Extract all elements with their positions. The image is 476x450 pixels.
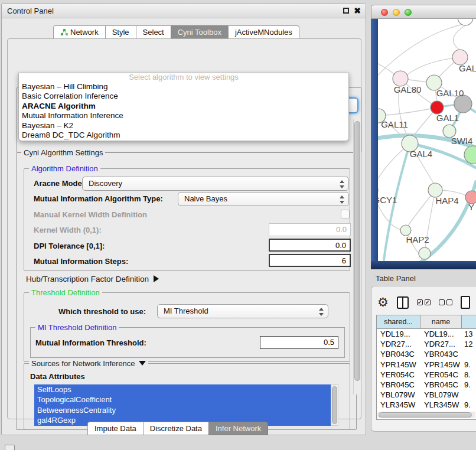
network-node[interactable] bbox=[458, 19, 473, 25]
network-view-window: GALGAL80GAL10GAL1GAL11SWI4GAL4GCY1HAP4YH… bbox=[371, 5, 476, 269]
float-window-icon[interactable] bbox=[343, 8, 349, 14]
table-cell: YDL19... bbox=[420, 329, 462, 339]
mi-threshold-definition-title: MI Threshold Definition bbox=[35, 323, 119, 332]
tab-impute-data[interactable]: Impute Data bbox=[87, 422, 144, 435]
mi-type-value: Naive Bayes bbox=[184, 194, 227, 203]
network-node-gal1[interactable] bbox=[431, 101, 444, 114]
table-cell: YDL19... bbox=[377, 329, 420, 339]
dpi-tolerance-label: DPI Tolerance [0,1]: bbox=[34, 242, 105, 250]
algorithm-definition-title: Algorithm Definition bbox=[29, 164, 100, 173]
network-edge[interactable] bbox=[386, 107, 437, 115]
close-window-icon[interactable] bbox=[381, 9, 388, 16]
settings-vertical-scrollbar[interactable] bbox=[353, 119, 361, 394]
algorithm-option[interactable]: Basic Correlation Inference bbox=[19, 92, 348, 101]
select-all-checks-icon[interactable]: ✓✓ bbox=[417, 299, 431, 305]
file-icon[interactable] bbox=[461, 296, 470, 309]
table-cell: YBL079W bbox=[377, 390, 420, 400]
control-panel-window: Control Panel ✖ NetworkStyleSelectCyni T… bbox=[1, 4, 366, 435]
hub-definition-toggle[interactable]: Hub/Transcription Factor Definition bbox=[26, 275, 159, 283]
network-edge[interactable] bbox=[378, 24, 465, 83]
data-attributes-label: Data Attributes bbox=[30, 372, 85, 381]
dpi-tolerance-input[interactable]: 0.0 bbox=[269, 239, 351, 252]
mi-algorithm-type-combo[interactable]: Naive Bayes bbox=[178, 192, 349, 206]
tab-label: Network bbox=[70, 28, 99, 37]
network-node[interactable] bbox=[419, 247, 431, 259]
table-row[interactable]: YLR345WYLR345W9. bbox=[377, 400, 476, 410]
tab-style[interactable]: Style bbox=[105, 25, 136, 39]
table-cell: 9. bbox=[462, 380, 476, 390]
collapsed-arrow-icon bbox=[154, 275, 159, 282]
minimize-window-icon[interactable] bbox=[393, 9, 400, 16]
algorithm-option[interactable]: Bayesian – Hill Climbing bbox=[19, 82, 348, 92]
table-row[interactable]: YBL079WYBL079W bbox=[377, 390, 476, 400]
split-columns-icon[interactable] bbox=[397, 296, 409, 309]
table-row[interactable]: YBR045CYBR045C9. bbox=[377, 380, 476, 390]
node-label: GAL1 bbox=[436, 113, 459, 123]
table-row[interactable]: YBR043CYBR043C bbox=[377, 349, 476, 359]
tab-infer-network[interactable]: Infer Network bbox=[208, 422, 268, 435]
tab-jactivemnodules[interactable]: jActiveMNodules bbox=[228, 25, 299, 39]
network-edge[interactable] bbox=[378, 116, 379, 180]
table-header-row: shared... name bbox=[377, 315, 476, 329]
kernel-width-input[interactable]: 0.0 bbox=[269, 223, 351, 236]
network-icon bbox=[60, 28, 68, 36]
table-cell: YDR27... bbox=[377, 339, 420, 349]
algorithm-option[interactable]: Dream8 DC_TDC Algorithm bbox=[19, 131, 348, 140]
table-row[interactable]: YDR27...YDR27...12 bbox=[377, 339, 476, 349]
deselect-all-icon[interactable] bbox=[439, 299, 452, 305]
network-window-titlebar[interactable] bbox=[371, 5, 476, 19]
attributes-list-scrollbar[interactable] bbox=[331, 384, 338, 426]
table-cell: 12 bbox=[462, 339, 476, 349]
table-cell: 9. bbox=[462, 400, 476, 410]
bottom-left-chip[interactable] bbox=[5, 445, 15, 450]
table-row[interactable]: YER054CYER054C8. bbox=[377, 370, 476, 380]
control-panel-titlebar: Control Panel ✖ bbox=[2, 4, 366, 18]
manual-kernel-checkbox[interactable] bbox=[341, 210, 350, 219]
mi-type-label: Mutual Information Algorithm Type: bbox=[34, 194, 163, 203]
mi-steps-input[interactable]: 6 bbox=[269, 254, 351, 267]
table-horizontal-scrollbar[interactable] bbox=[377, 412, 475, 418]
tab-cyni-toolbox[interactable]: Cyni Toolbox bbox=[171, 25, 229, 39]
table-cell: YER054C bbox=[377, 370, 420, 380]
zoom-window-icon[interactable] bbox=[405, 9, 412, 16]
algorithm-option[interactable]: Bayesian – K2 bbox=[19, 121, 348, 131]
which-threshold-combo[interactable]: MI Threshold bbox=[157, 304, 328, 318]
tab-network[interactable]: Network bbox=[53, 25, 106, 39]
node-label: GCY1 bbox=[378, 195, 397, 205]
gear-icon[interactable]: ⚙ bbox=[377, 296, 389, 309]
algorithm-option[interactable]: ARACNE Algorithm bbox=[19, 102, 348, 111]
column-header-name[interactable]: name bbox=[420, 315, 462, 328]
node-label: GAL11 bbox=[381, 119, 408, 129]
close-panel-icon[interactable]: ✖ bbox=[354, 6, 361, 15]
tab-label: Infer Network bbox=[216, 424, 261, 433]
data-attributes-list[interactable]: SelfLoopsTopologicalCoefficientBetweenne… bbox=[34, 384, 331, 426]
table-row[interactable]: YDL19...YDL19...13 bbox=[377, 329, 476, 339]
node-label: GAL bbox=[459, 63, 476, 73]
algorithm-definition-groupbox: Algorithm Definition Aracne Mode: Discov… bbox=[24, 168, 350, 271]
node-label: GAL10 bbox=[436, 88, 464, 98]
attribute-item[interactable]: BetweennessCentrality bbox=[34, 405, 331, 415]
combo-arrows-icon bbox=[340, 180, 344, 189]
network-edge[interactable] bbox=[453, 25, 465, 50]
attribute-item[interactable]: TopologicalCoefficient bbox=[34, 394, 331, 405]
network-canvas[interactable]: GALGAL80GAL10GAL1GAL11SWI4GAL4GCY1HAP4YH… bbox=[378, 19, 476, 261]
network-edge[interactable] bbox=[407, 57, 460, 74]
aracne-mode-combo[interactable]: Discovery bbox=[82, 177, 349, 191]
mi-threshold-input[interactable]: 0.5 bbox=[260, 336, 338, 349]
column-header-partial[interactable] bbox=[462, 315, 476, 328]
tab-select[interactable]: Select bbox=[136, 25, 171, 39]
algorithm-option[interactable]: Mutual Information Inference bbox=[19, 111, 348, 120]
tab-discretize-data[interactable]: Discretize Data bbox=[143, 422, 209, 435]
table-cell: 8. bbox=[462, 370, 476, 380]
sources-title[interactable]: Sources for Network Inference bbox=[29, 359, 148, 368]
combo-arrows-icon bbox=[319, 307, 324, 317]
attribute-item[interactable]: SelfLoops bbox=[34, 384, 331, 394]
table-cell: 13 bbox=[462, 329, 476, 339]
control-panel-title: Control Panel bbox=[7, 6, 54, 15]
mi-steps-label: Mutual Information Steps: bbox=[34, 257, 128, 266]
table-cell bbox=[462, 390, 476, 400]
table-row[interactable]: YPR145WYPR145W9. bbox=[377, 360, 476, 370]
column-header-shared-name[interactable]: shared... bbox=[377, 315, 420, 328]
table-panel-title: Table Panel bbox=[376, 274, 416, 283]
table-cell: YBR045C bbox=[377, 380, 420, 390]
